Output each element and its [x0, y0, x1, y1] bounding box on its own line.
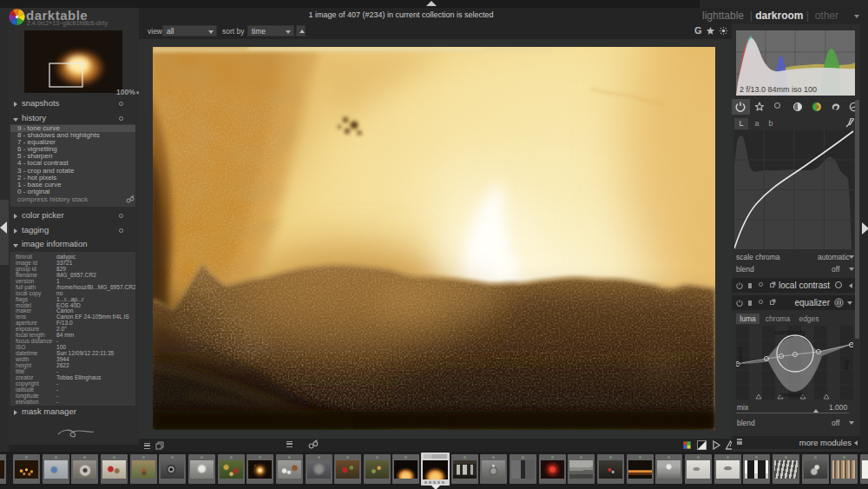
svg-text:fine: fine [844, 360, 850, 371]
svg-text:contrasty: contrasty [774, 328, 806, 336]
svg-text:2 f/13.0 84mm iso 100: 2 f/13.0 84mm iso 100 [740, 85, 817, 94]
svg-text:smooth: smooth [779, 391, 805, 399]
svg-text:coarse: coarse [737, 347, 743, 367]
